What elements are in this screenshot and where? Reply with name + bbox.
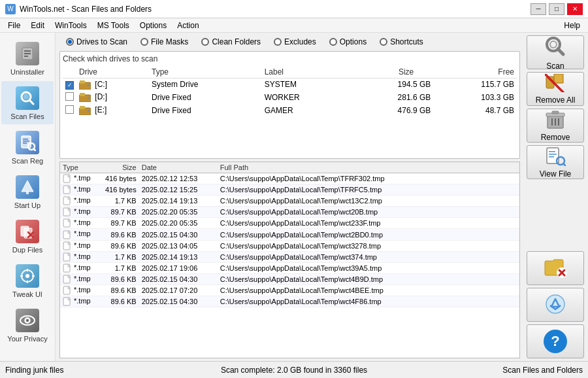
svg-rect-29 bbox=[80, 80, 85, 84]
tab-options[interactable]: Options bbox=[323, 35, 373, 48]
list-item[interactable]: *.tmp 416 bytes 2025.02.12 15:25 C:\User… bbox=[60, 184, 519, 196]
remove-all-button[interactable]: Remove All bbox=[527, 72, 584, 106]
tab-shortcuts[interactable]: Shortcuts bbox=[373, 35, 430, 48]
folder-delete-icon bbox=[544, 257, 567, 280]
col-drive: Drive bbox=[76, 66, 149, 78]
list-item[interactable]: *.tmp 89.6 KB 2025.02.15 04:30 C:\Users\… bbox=[60, 296, 519, 307]
status-center: Scan complete: 2.0 GB found in 3360 file… bbox=[150, 366, 438, 375]
svg-rect-76 bbox=[549, 156, 554, 158]
svg-line-78 bbox=[563, 163, 565, 165]
list-item[interactable]: *.tmp 89.6 KB 2025.02.15 04:30 C:\Users\… bbox=[60, 273, 519, 284]
menu-wintools[interactable]: WinTools bbox=[50, 20, 92, 31]
sidebar-label-tweak-ui: Tweak UI bbox=[12, 290, 42, 298]
list-item[interactable]: *.tmp 1.7 KB 2025.02.14 19:13 C:\Users\s… bbox=[60, 251, 519, 262]
remove-button[interactable]: Remove bbox=[527, 109, 584, 143]
menu-edit[interactable]: Edit bbox=[25, 20, 50, 31]
svg-line-5 bbox=[29, 100, 33, 104]
content-area: Drives to Scan File Masks Clean Folders … bbox=[56, 33, 524, 361]
result-type: *.tmp bbox=[60, 184, 93, 196]
minimize-button[interactable]: ─ bbox=[531, 3, 546, 15]
svg-point-20 bbox=[25, 274, 29, 278]
window-controls: ─ □ ✕ bbox=[531, 3, 583, 15]
view-file-label: View File bbox=[540, 169, 571, 179]
list-item[interactable]: *.tmp 416 bytes 2025.02.12 12:53 C:\User… bbox=[60, 173, 519, 184]
sidebar-item-uninstaller[interactable]: Uninstaller bbox=[1, 37, 54, 80]
tab-clean-folders[interactable]: Clean Folders bbox=[195, 35, 267, 48]
col-label: Label bbox=[262, 66, 350, 78]
sidebar: Uninstaller Scan Files bbox=[0, 33, 56, 361]
results-table-wrap[interactable]: Type Size Date Full Path *.tmp 416 bytes… bbox=[60, 162, 519, 358]
result-size: 1.7 KB bbox=[93, 196, 139, 207]
close-button[interactable]: ✕ bbox=[567, 3, 583, 15]
list-item[interactable]: *.tmp 89.7 KB 2025.02.20 05:35 C:\Users\… bbox=[60, 218, 519, 229]
sidebar-label-scan-reg: Scan Reg bbox=[12, 157, 43, 165]
result-type: *.tmp bbox=[60, 273, 93, 284]
result-type: *.tmp bbox=[60, 251, 93, 262]
status-bar: Finding junk files Scan complete: 2.0 GB… bbox=[0, 361, 588, 378]
recycle-button[interactable] bbox=[527, 288, 584, 322]
drive-name: [C:] bbox=[76, 78, 149, 91]
remove-all-icon bbox=[545, 74, 566, 94]
svg-rect-74 bbox=[549, 151, 555, 152]
results-col-path: Full Path bbox=[218, 162, 519, 173]
result-path: C:\Users\suppo\AppData\Local\Temp\wct327… bbox=[218, 240, 519, 251]
tab-radio-clean-folders bbox=[201, 38, 209, 46]
list-item[interactable]: *.tmp 89.6 KB 2025.02.17 07:20 C:\Users\… bbox=[60, 284, 519, 296]
dup-files-icon bbox=[16, 220, 39, 243]
tab-file-masks[interactable]: File Masks bbox=[134, 35, 195, 48]
sidebar-item-dup-files[interactable]: Dup Files bbox=[1, 215, 54, 258]
result-date: 2025.02.15 04:30 bbox=[139, 229, 218, 240]
result-size: 1.7 KB bbox=[93, 262, 139, 273]
remove-label: Remove bbox=[541, 133, 570, 142]
result-type: *.tmp bbox=[60, 240, 93, 251]
results-table: Type Size Date Full Path *.tmp 416 bytes… bbox=[60, 162, 519, 307]
list-item[interactable]: *.tmp 89.7 KB 2025.02.20 05:35 C:\Users\… bbox=[60, 207, 519, 218]
table-row[interactable]: [E:] Drive Fixed GAMER 476.9 GB 48.7 GB bbox=[63, 104, 517, 117]
tab-drives-scan[interactable]: Drives to Scan bbox=[59, 35, 134, 48]
sidebar-item-your-privacy[interactable]: Your Privacy bbox=[1, 303, 54, 347]
sidebar-label-your-privacy: Your Privacy bbox=[7, 335, 47, 343]
svg-rect-35 bbox=[80, 106, 85, 109]
result-size: 89.6 KB bbox=[93, 273, 139, 284]
menu-bar: File Edit WinTools MS Tools Options Acti… bbox=[0, 18, 588, 33]
svg-point-27 bbox=[26, 319, 29, 322]
result-path: C:\Users\suppo\AppData\Local\Temp\wct2BD… bbox=[218, 229, 519, 240]
table-row[interactable]: [D:] Drive Fixed WORKER 281.6 GB 103.3 G… bbox=[63, 91, 517, 104]
view-file-button[interactable]: View File bbox=[527, 145, 584, 179]
menu-ms-tools[interactable]: MS Tools bbox=[92, 20, 135, 31]
list-item[interactable]: *.tmp 89.6 KB 2025.02.15 04:30 C:\Users\… bbox=[60, 229, 519, 240]
sidebar-item-scan-files[interactable]: Scan Files bbox=[1, 81, 54, 124]
help-button[interactable]: ? bbox=[527, 324, 584, 358]
result-path: C:\Users\suppo\AppData\Local\Temp\wct4B9… bbox=[218, 273, 519, 284]
svg-rect-14 bbox=[26, 192, 29, 194]
drive-free: 115.7 GB bbox=[433, 78, 517, 91]
list-item[interactable]: *.tmp 1.7 KB 2025.02.14 19:13 C:\Users\s… bbox=[60, 196, 519, 207]
list-item[interactable]: *.tmp 89.6 KB 2025.02.13 04:05 C:\Users\… bbox=[60, 240, 519, 251]
drive-label: GAMER bbox=[262, 104, 350, 117]
sidebar-item-scan-reg[interactable]: Scan Reg bbox=[1, 126, 54, 169]
table-row[interactable]: ✓ [C:] System Drive SYSTEM 194.5 GB 115.… bbox=[63, 78, 517, 91]
drive-type: System Drive bbox=[149, 78, 262, 91]
status-right: Scan Files and Folders bbox=[438, 366, 583, 375]
menu-options[interactable]: Options bbox=[135, 20, 172, 31]
sidebar-item-start-up[interactable]: Start Up bbox=[1, 170, 54, 213]
app-icon: W bbox=[5, 4, 16, 14]
drive-name: [D:] bbox=[76, 91, 149, 104]
tab-radio-options bbox=[329, 38, 337, 46]
folder-delete-button[interactable] bbox=[527, 251, 584, 285]
sidebar-item-tweak-ui[interactable]: Tweak UI bbox=[1, 259, 54, 302]
maximize-button[interactable]: □ bbox=[549, 3, 564, 15]
drive-checkbox[interactable] bbox=[65, 92, 74, 101]
drives-table: Drive Type Label Size Free ✓ [C:] bbox=[63, 66, 517, 117]
drive-checkbox[interactable] bbox=[65, 105, 74, 114]
menu-help[interactable]: Help bbox=[559, 20, 585, 31]
result-date: 2025.02.20 05:35 bbox=[139, 207, 218, 218]
menu-action[interactable]: Action bbox=[172, 20, 204, 31]
drive-checkbox[interactable]: ✓ bbox=[65, 81, 74, 90]
tab-excludes[interactable]: Excludes bbox=[267, 35, 323, 48]
result-date: 2025.02.15 04:30 bbox=[139, 296, 218, 307]
svg-point-62 bbox=[550, 41, 557, 48]
menu-file[interactable]: File bbox=[3, 20, 25, 31]
scan-button[interactable]: Scan bbox=[527, 35, 584, 69]
list-item[interactable]: *.tmp 1.7 KB 2025.02.17 19:06 C:\Users\s… bbox=[60, 262, 519, 273]
